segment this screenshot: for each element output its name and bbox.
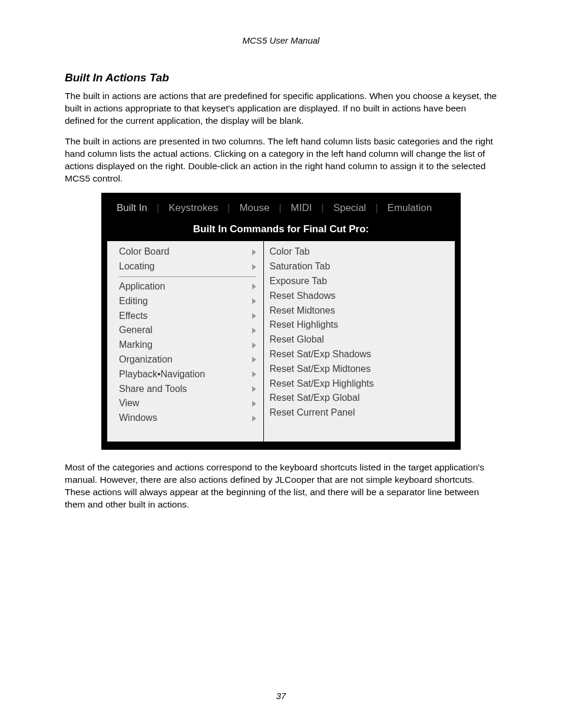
category-item[interactable]: Share and Tools	[119, 382, 260, 397]
category-item[interactable]: View	[119, 396, 260, 411]
category-label: Application	[119, 279, 252, 294]
paragraph-1: The built in actions are actions that ar…	[65, 90, 497, 127]
tab-built-in[interactable]: Built In	[117, 201, 147, 215]
tab-separator: |	[321, 203, 323, 213]
action-label: Color Tab	[270, 245, 452, 259]
manual-page: MCS5 User Manual Built In Actions Tab Th…	[0, 0, 562, 728]
action-label: Reset Shadows	[270, 289, 452, 304]
section-title: Built In Actions Tab	[65, 71, 497, 84]
action-item[interactable]: Saturation Tab	[270, 259, 452, 274]
chevron-right-icon	[252, 284, 256, 289]
categories-column: Color Board Locating Application Editing	[107, 241, 264, 442]
paragraph-2: The built in actions are presented in tw…	[65, 136, 497, 185]
action-label: Reset Highlights	[270, 318, 452, 332]
category-item[interactable]: Organization	[119, 353, 260, 367]
action-label: Reset Sat/Exp Highlights	[270, 377, 452, 391]
category-label: Effects	[119, 309, 252, 324]
chevron-right-icon	[252, 342, 256, 348]
chevron-right-icon	[252, 401, 256, 407]
action-item[interactable]: Reset Global	[270, 332, 452, 347]
category-label: Organization	[119, 353, 252, 367]
tab-separator: |	[157, 203, 159, 213]
page-number: 37	[0, 691, 562, 701]
action-item[interactable]: Reset Sat/Exp Midtones	[270, 362, 452, 377]
chevron-right-icon	[252, 386, 256, 392]
chevron-right-icon	[252, 249, 256, 255]
category-item[interactable]: Marking	[119, 338, 260, 353]
category-item[interactable]: Locating	[119, 259, 260, 274]
category-label: Color Board	[119, 245, 252, 259]
tab-emulation[interactable]: Emulation	[388, 201, 432, 215]
category-item[interactable]: Effects	[119, 309, 260, 324]
action-item[interactable]: Reset Midtones	[270, 304, 452, 318]
tab-midi[interactable]: MIDI	[291, 201, 312, 215]
category-label: Editing	[119, 294, 252, 309]
action-label: Reset Global	[270, 332, 452, 347]
action-label: Reset Sat/Exp Global	[270, 391, 452, 406]
category-label: Windows	[119, 411, 252, 426]
category-label: Locating	[119, 259, 252, 274]
tab-separator: |	[375, 203, 378, 213]
chevron-right-icon	[252, 298, 256, 304]
category-item[interactable]: Windows	[119, 411, 260, 426]
chevron-right-icon	[252, 328, 256, 334]
action-item[interactable]: Color Tab	[270, 245, 452, 259]
tab-bar: Built In | Keystrokes | Mouse | MIDI | S…	[107, 199, 455, 220]
category-item[interactable]: Application	[119, 279, 260, 294]
action-label: Reset Midtones	[270, 304, 452, 318]
action-item[interactable]: Reset Shadows	[270, 289, 452, 304]
chevron-right-icon	[252, 313, 256, 319]
tab-keystrokes[interactable]: Keystrokes	[168, 201, 218, 215]
action-item[interactable]: Reset Sat/Exp Global	[270, 391, 452, 406]
action-label: Reset Sat/Exp Shadows	[270, 347, 452, 362]
document-header: MCS5 User Manual	[65, 35, 497, 45]
category-label: Share and Tools	[119, 382, 252, 397]
category-label: View	[119, 396, 252, 411]
action-label: Exposure Tab	[270, 274, 452, 289]
chevron-right-icon	[252, 264, 256, 270]
category-item[interactable]: Playback•Navigation	[119, 367, 260, 382]
paragraph-3: Most of the categories and actions corre…	[65, 462, 497, 511]
action-label: Reset Current Panel	[270, 406, 452, 420]
category-item[interactable]: Color Board	[119, 245, 260, 259]
category-label: Marking	[119, 338, 252, 353]
action-label: Saturation Tab	[270, 259, 452, 274]
action-item[interactable]: Exposure Tab	[270, 274, 452, 289]
category-item[interactable]: General	[119, 323, 260, 338]
action-item[interactable]: Reset Current Panel	[270, 406, 452, 420]
category-item[interactable]: Editing	[119, 294, 260, 309]
action-item[interactable]: Reset Highlights	[270, 318, 452, 332]
action-item[interactable]: Reset Sat/Exp Shadows	[270, 347, 452, 362]
chevron-right-icon	[252, 371, 256, 377]
action-label: Reset Sat/Exp Midtones	[270, 362, 452, 377]
actions-column: Color Tab Saturation Tab Exposure Tab Re…	[264, 241, 455, 442]
panel-subtitle: Built In Commands for Final Cut Pro:	[107, 220, 455, 241]
chevron-right-icon	[252, 357, 256, 363]
chevron-right-icon	[252, 416, 256, 421]
tab-mouse[interactable]: Mouse	[239, 201, 269, 215]
category-separator	[119, 276, 256, 277]
category-label: Playback•Navigation	[119, 367, 252, 382]
tab-special[interactable]: Special	[333, 201, 366, 215]
category-label: General	[119, 323, 252, 338]
tab-separator: |	[279, 203, 281, 213]
tab-separator: |	[227, 203, 230, 213]
columns-container: Color Board Locating Application Editing	[107, 241, 455, 442]
app-screenshot: Built In | Keystrokes | Mouse | MIDI | S…	[101, 193, 461, 450]
action-item[interactable]: Reset Sat/Exp Highlights	[270, 377, 452, 391]
